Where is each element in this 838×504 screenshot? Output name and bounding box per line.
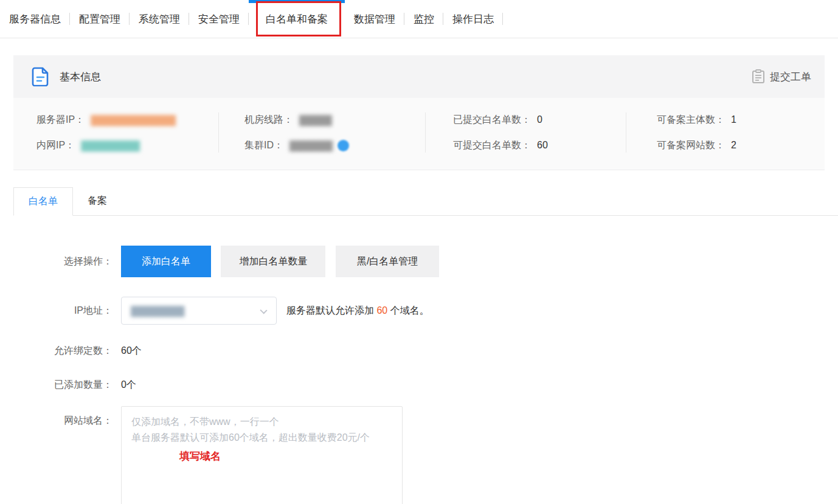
field-submitted-whitelist: 已提交白名单数： 0 [453, 112, 626, 127]
field-label: 可备案主体数： [657, 114, 725, 126]
nav-item-monitor[interactable]: 监控 [404, 0, 443, 38]
field-value-redacted: ████████ [289, 140, 331, 151]
nav-item-config[interactable]: 配置管理 [70, 0, 130, 38]
whitelist-form: 选择操作： 添加白名单 增加白名单数量 黑/白名单管理 IP地址： ██████… [0, 246, 838, 504]
nav-item-data[interactable]: 数据管理 [345, 0, 404, 38]
field-value: 60 [537, 140, 548, 151]
field-cluster-id: 集群ID： ████████ [244, 138, 425, 153]
nav-item-label: 操作日志 [452, 12, 494, 26]
added-count-label: 已添加数量： [13, 379, 113, 392]
field-server-ip: 服务器IP： ████████████████ [36, 112, 218, 127]
allowed-bind-row: 允许绑定数： 60个 [13, 343, 838, 359]
ip-quota-note: 服务器默认允许添加 60 个域名。 [286, 305, 429, 317]
field-value: 2 [731, 140, 736, 151]
panel-title: 基本信息 [60, 70, 101, 84]
nav-item-label: 白名单和备案 [266, 12, 328, 26]
nav-item-oplog[interactable]: 操作日志 [443, 0, 503, 38]
nav-item-label: 配置管理 [79, 12, 120, 26]
operation-row: 选择操作： 添加白名单 增加白名单数量 黑/白名单管理 [13, 246, 838, 277]
field-label: 已提交白名单数： [453, 114, 531, 126]
nav-item-label: 服务器信息 [9, 12, 61, 26]
basic-info-fields: 服务器IP： ████████████████ 内网IP： ██████████… [13, 98, 825, 170]
nav-item-whitelist-filing[interactable]: 白名单和备案 [249, 0, 345, 38]
nav-item-label: 安全管理 [198, 12, 240, 26]
note-suffix: 个域名。 [387, 305, 429, 316]
cluster-id-badge-icon[interactable] [338, 140, 349, 151]
added-count-row: 已添加数量： 0个 [13, 377, 838, 393]
field-value-redacted: ██████ [299, 115, 331, 125]
field-value-redacted: ████████████████ [91, 115, 175, 125]
domain-textarea-wrapper: 填写域名 [121, 406, 403, 504]
added-count-value: 0个 [121, 379, 136, 392]
note-prefix: 服务器默认允许添加 [286, 305, 376, 316]
chevron-down-icon [260, 306, 267, 314]
nav-item-label: 数据管理 [354, 12, 395, 26]
field-value: 0 [537, 114, 542, 125]
domain-textarea[interactable] [121, 406, 403, 504]
clipboard-icon [752, 69, 765, 84]
ip-row: IP地址： ██████████ 服务器默认允许添加 60 个域名。 [13, 297, 838, 325]
nav-item-system[interactable]: 系统管理 [130, 0, 189, 38]
field-label: 内网IP： [36, 139, 75, 152]
submit-ticket-button[interactable]: 提交工单 [752, 69, 811, 84]
document-icon [32, 67, 50, 86]
increase-whitelist-quota-button[interactable]: 增加白名单数量 [221, 246, 325, 277]
operation-label: 选择操作： [13, 255, 113, 268]
field-datacenter-line: 机房线路： ██████ [244, 112, 425, 127]
allowed-bind-label: 允许绑定数： [13, 345, 113, 357]
field-filing-sites: 可备案网站数： 2 [657, 138, 825, 153]
operation-buttons: 添加白名单 增加白名单数量 黑/白名单管理 [121, 246, 446, 277]
add-whitelist-button[interactable]: 添加白名单 [121, 246, 211, 277]
ip-select[interactable]: ██████████ [121, 297, 277, 325]
tab-whitelist[interactable]: 白名单 [13, 187, 73, 216]
info-column-3: 已提交白名单数： 0 可提交白名单数： 60 [426, 112, 626, 153]
info-column-4: 可备案主体数： 1 可备案网站数： 2 [626, 112, 825, 153]
nav-item-security[interactable]: 安全管理 [189, 0, 249, 38]
tab-filing[interactable]: 备案 [73, 187, 122, 215]
field-label: 机房线路： [244, 114, 293, 126]
note-count: 60 [376, 305, 387, 316]
field-label: 可备案网站数： [657, 139, 725, 152]
ip-label: IP地址： [13, 305, 113, 317]
info-column-2: 机房线路： ██████ 集群ID： ████████ [219, 112, 426, 153]
tab-label: 备案 [88, 195, 107, 207]
domain-label: 网站域名： [13, 415, 113, 427]
field-intranet-ip: 内网IP： ███████████ [36, 138, 218, 153]
nav-item-label: 监控 [414, 12, 434, 26]
active-tab-indicator [249, 0, 345, 3]
nav-item-label: 系统管理 [139, 12, 180, 26]
submit-ticket-label: 提交工单 [770, 70, 811, 84]
top-navigation: 服务器信息 配置管理 系统管理 安全管理 白名单和备案 数据管理 监控 操作日志 [0, 0, 838, 38]
tab-label: 白名单 [29, 195, 58, 208]
info-column-1: 服务器IP： ████████████████ 内网IP： ██████████… [13, 112, 219, 153]
domain-row: 网站域名： 填写域名 [13, 406, 838, 504]
field-available-whitelist: 可提交白名单数： 60 [453, 138, 626, 153]
field-filing-subjects: 可备案主体数： 1 [657, 112, 825, 127]
field-label: 可提交白名单数： [453, 139, 531, 152]
allowed-bind-value: 60个 [121, 345, 142, 357]
whitelist-filing-tabs: 白名单 备案 [13, 187, 838, 216]
field-label: 服务器IP： [36, 114, 85, 126]
field-value-redacted: ███████████ [81, 140, 139, 151]
nav-item-server-info[interactable]: 服务器信息 [0, 0, 70, 38]
basic-info-panel: 基本信息 提交工单 服务器IP： ████████████████ 内 [13, 55, 825, 170]
basic-info-header: 基本信息 提交工单 [13, 55, 825, 98]
field-value: 1 [731, 114, 736, 125]
ip-select-value-redacted: ██████████ [131, 306, 183, 316]
field-label: 集群ID： [244, 139, 283, 152]
manage-blacklist-whitelist-button[interactable]: 黑/白名单管理 [336, 246, 439, 277]
